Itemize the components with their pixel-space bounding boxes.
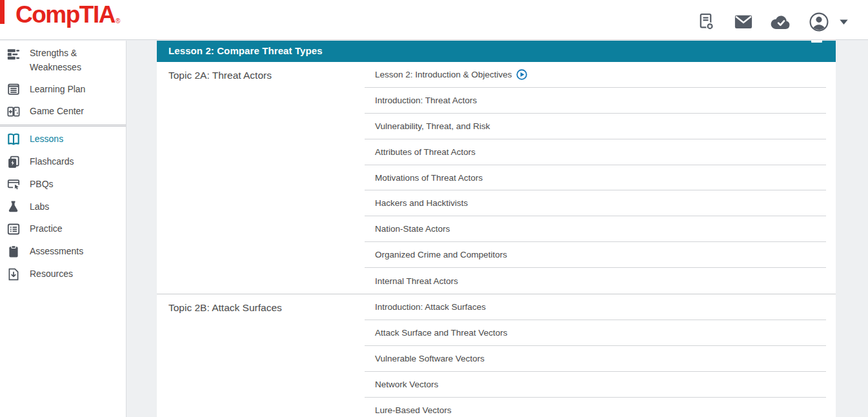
comptia-logo[interactable]: CompTIA ®	[15, 1, 120, 29]
lesson-row-label: Introduction: Attack Surfaces	[375, 302, 486, 312]
lesson-row-label: Network Vectors	[375, 380, 438, 389]
sidebar-divider	[0, 125, 126, 127]
topic-rows: Introduction: Attack Surfaces Attack Sur…	[365, 294, 836, 417]
lesson-row-label: Nation-State Actors	[375, 224, 450, 234]
sidebar-item-label: Strengths & Weaknesses	[30, 46, 97, 74]
lesson-row-nation-state-actors[interactable]: Nation-State Actors	[365, 216, 826, 242]
sidebar-item-practice[interactable]: Practice	[0, 218, 126, 241]
lesson-panel: Lesson 2: Compare Threat Types Topic 2A:…	[157, 41, 836, 417]
topic-rows: Lesson 2: Introduction & Objectives Intr…	[365, 62, 836, 294]
topics: Topic 2A: Threat Actors Lesson 2: Introd…	[157, 62, 836, 417]
flashcards-icon	[6, 154, 21, 170]
sidebar-item-label: PBQs	[30, 178, 54, 192]
lesson-row-label: Attributes of Threat Actors	[375, 147, 476, 157]
play-icon[interactable]	[516, 69, 527, 80]
topic-section-topic-2a-threat-actors: Topic 2A: Threat Actors Lesson 2: Introd…	[157, 62, 836, 294]
game-center-icon	[6, 104, 21, 119]
brand-red-stripe	[0, 0, 5, 24]
learning-plan-icon	[6, 81, 21, 97]
sidebar-item-lessons[interactable]: Lessons	[0, 128, 126, 151]
lesson-row-label: Vulnerable Software Vectors	[375, 354, 485, 363]
lesson-row-lure-based-vectors[interactable]: Lure-Based Vectors	[365, 398, 826, 417]
lesson-row-lesson-2-introduction-objectives[interactable]: Lesson 2: Introduction & Objectives	[365, 62, 826, 88]
lesson-row-introduction-attack-surfaces[interactable]: Introduction: Attack Surfaces	[365, 294, 826, 320]
sidebar-item-labs[interactable]: Labs	[0, 196, 126, 218]
pbqs-icon	[6, 177, 21, 192]
resources-icon	[6, 267, 21, 282]
lesson-row-label: Attack Surface and Threat Vectors	[375, 328, 507, 338]
lesson-row-vulnerable-software-vectors[interactable]: Vulnerable Software Vectors	[365, 346, 826, 372]
sidebar-item-flashcards[interactable]: Flashcards	[0, 150, 126, 173]
topic-section-topic-2b-attack-surfaces: Topic 2B: Attack Surfaces Introduction: …	[157, 294, 836, 417]
mail-icon[interactable]	[734, 14, 753, 30]
lesson-row-motivations-of-threat-actors[interactable]: Motivations of Threat Actors	[365, 165, 826, 191]
caret-down-icon[interactable]	[839, 19, 849, 25]
sidebar-item-label: Practice	[30, 222, 63, 236]
lesson-row-introduction-threat-actors[interactable]: Introduction: Threat Actors	[365, 88, 826, 114]
sidebar-item-label: Resources	[30, 267, 73, 281]
sidebar: Strengths & Weaknesses Learning Plan Gam…	[0, 41, 126, 417]
lesson-row-attack-surface-and-threat-vectors[interactable]: Attack Surface and Threat Vectors	[365, 320, 826, 346]
assessments-icon	[6, 244, 21, 259]
lesson-row-internal-threat-actors[interactable]: Internal Threat Actors	[365, 268, 826, 294]
labs-icon	[6, 199, 21, 214]
sidebar-item-label: Game Center	[30, 105, 84, 119]
sidebar-item-label: Lessons	[30, 132, 63, 147]
sidebar-item-assessments[interactable]: Assessments	[0, 241, 126, 263]
sidebar-item-label: Learning Plan	[30, 83, 85, 97]
sidebar-item-label: Flashcards	[30, 155, 74, 169]
lesson-row-attributes-of-threat-actors[interactable]: Attributes of Threat Actors	[365, 139, 826, 165]
topic-title: Topic 2B: Attack Surfaces	[157, 294, 365, 417]
lesson-row-network-vectors[interactable]: Network Vectors	[365, 372, 826, 398]
lesson-row-label: Lesson 2: Introduction & Objectives	[375, 70, 512, 79]
account-icon[interactable]	[809, 12, 829, 32]
lesson-row-label: Internal Threat Actors	[375, 276, 458, 286]
lesson-row-label: Organized Crime and Competitors	[375, 250, 507, 259]
lesson-row-hackers-and-hacktivists[interactable]: Hackers and Hacktivists	[365, 190, 826, 216]
lesson-row-label: Motivations of Threat Actors	[375, 173, 483, 183]
sidebar-item-strengths-weaknesses[interactable]: Strengths & Weaknesses	[0, 46, 126, 78]
bars-icon	[6, 46, 21, 62]
sidebar-nav: Strengths & Weaknesses Learning Plan Gam…	[0, 41, 126, 285]
lesson-row-vulnerability-threat-and-risk[interactable]: Vulnerability, Threat, and Risk	[365, 114, 826, 139]
sidebar-item-game-center[interactable]: Game Center	[0, 101, 126, 123]
lesson-banner[interactable]: Lesson 2: Compare Threat Types	[157, 41, 836, 62]
lesson-row-label: Introduction: Threat Actors	[375, 96, 477, 105]
open-book-icon	[6, 132, 21, 147]
topic-title: Topic 2A: Threat Actors	[157, 62, 365, 294]
lesson-row-organized-crime-and-competitors[interactable]: Organized Crime and Competitors	[365, 242, 826, 268]
lesson-row-label: Lure-Based Vectors	[375, 405, 452, 415]
header-icons	[697, 12, 849, 32]
sidebar-item-resources[interactable]: Resources	[0, 263, 126, 285]
registered-mark: ®	[116, 17, 120, 25]
sidebar-item-pbqs[interactable]: PBQs	[0, 173, 126, 196]
report-icon[interactable]	[697, 12, 716, 32]
sidebar-item-label: Assessments	[30, 245, 83, 259]
cloud-check-icon[interactable]	[771, 14, 791, 30]
lesson-banner-title: Lesson 2: Compare Threat Types	[157, 41, 836, 61]
lesson-row-label: Vulnerability, Threat, and Risk	[375, 121, 490, 131]
header: CompTIA ®	[0, 0, 868, 40]
sidebar-item-label: Labs	[30, 200, 49, 214]
practice-icon	[6, 221, 21, 237]
lesson-row-label: Hackers and Hacktivists	[375, 198, 468, 208]
sidebar-item-learning-plan[interactable]: Learning Plan	[0, 78, 126, 101]
logo-text: CompTIA	[15, 1, 115, 29]
screen: Lesson 2: Compare Threat Types Topic 2A:…	[0, 0, 868, 417]
